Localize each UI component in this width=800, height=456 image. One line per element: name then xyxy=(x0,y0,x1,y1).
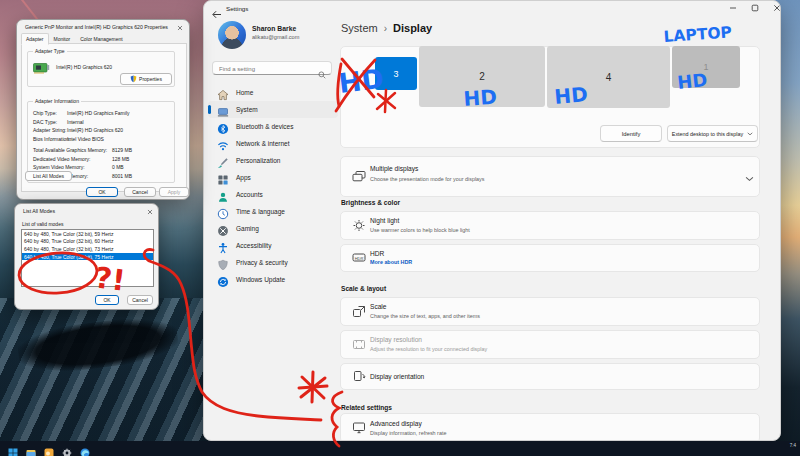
sidebar-item-label: Personalization xyxy=(236,157,280,164)
display-4[interactable]: 4 xyxy=(547,46,670,108)
taskbar-clock[interactable]: 7:4 xyxy=(790,443,796,448)
list-all-modes-button[interactable]: List All Modes xyxy=(25,171,72,181)
sidebar-item-personalization[interactable]: Personalization xyxy=(208,152,338,169)
sidebar-item-home[interactable]: Home xyxy=(208,84,338,101)
display-number: 2 xyxy=(479,71,485,82)
display-number: 1 xyxy=(703,62,708,72)
breadcrumb-root[interactable]: System xyxy=(341,22,378,34)
bluetooth-icon xyxy=(217,121,229,133)
cancel-button[interactable]: Cancel xyxy=(127,295,153,305)
shield-icon xyxy=(217,257,229,269)
file-explorer-icon[interactable] xyxy=(26,444,36,454)
sidebar-item-gaming[interactable]: Gaming xyxy=(208,220,338,237)
clock-icon xyxy=(217,206,229,218)
adapter-properties-dialog: Generic PnP Monitor and Intel(R) HD Grap… xyxy=(16,19,190,200)
advanced-display-row[interactable]: Advanced display Display information, re… xyxy=(340,413,760,441)
sidebar-item-label: Bluetooth & devices xyxy=(236,123,293,130)
identify-button[interactable]: Identify xyxy=(600,125,662,142)
search-icon[interactable] xyxy=(318,65,326,83)
close-icon[interactable] xyxy=(766,1,781,15)
info-label: Adapter String: xyxy=(33,127,66,133)
sidebar-item-time-language[interactable]: Time & language xyxy=(208,203,338,220)
tab-panel: Adapter Type Intel(R) HD Graphics 620 Pr… xyxy=(21,43,187,192)
ok-button[interactable]: OK xyxy=(86,187,118,197)
start-button-icon[interactable] xyxy=(8,444,18,454)
info-label: Dedicated Video Memory: xyxy=(33,156,90,162)
multiple-displays-row[interactable]: Multiple displays Choose the presentatio… xyxy=(340,156,760,197)
ok-button[interactable]: OK xyxy=(95,295,119,305)
mode-item[interactable]: 640 by 480, True Color (32 bit), 73 Hert… xyxy=(22,245,153,253)
close-icon[interactable] xyxy=(175,24,185,32)
apply-button[interactable]: Apply xyxy=(159,187,189,197)
display-number: 3 xyxy=(393,69,398,79)
sidebar-item-label: Privacy & security xyxy=(236,259,288,266)
wifi-icon xyxy=(217,138,229,150)
sidebar-item-accounts[interactable]: Accounts xyxy=(208,186,338,203)
properties-button[interactable]: Properties xyxy=(120,73,172,85)
widgets-weather-icon[interactable] xyxy=(44,444,54,454)
maximize-icon[interactable] xyxy=(744,1,766,15)
apps-icon xyxy=(217,172,229,184)
search-input[interactable] xyxy=(219,63,315,74)
hdr-row[interactable]: HDR HDR More about HDR xyxy=(340,244,760,272)
taskbar: 7:4 xyxy=(0,441,800,456)
display-1[interactable]: 1 xyxy=(672,46,740,88)
system-icon xyxy=(217,104,229,116)
extend-desktop-dropdown[interactable]: Extend desktop to this display xyxy=(667,125,758,142)
display-3[interactable]: 3 xyxy=(375,57,417,90)
minimize-icon[interactable] xyxy=(722,1,744,15)
person-icon xyxy=(217,189,229,201)
sidebar-item-privacy[interactable]: Privacy & security xyxy=(208,254,338,271)
dialog-title: List All Modes xyxy=(23,208,55,214)
account-email: alikatu@gmail.com xyxy=(252,34,299,40)
scale-row[interactable]: Scale Change the size of text, apps, and… xyxy=(340,297,760,326)
night-light-row[interactable]: Night light Use warmer colors to help bl… xyxy=(340,211,760,240)
display-orientation-row: Display orientation Landscape xyxy=(340,363,760,390)
uac-shield-icon xyxy=(130,75,137,83)
mode-item-selected[interactable]: 640 by 480, True Color (32 bit), 75 Hert… xyxy=(22,253,153,261)
sidebar-item-label: Gaming xyxy=(236,225,259,232)
info-value: 128 MB xyxy=(112,156,129,162)
hdr-learn-more-link[interactable]: More about HDR xyxy=(370,259,412,265)
chevron-down-icon[interactable] xyxy=(745,168,754,186)
sidebar-item-apps[interactable]: Apps xyxy=(208,169,338,186)
multiple-displays-icon xyxy=(352,169,367,184)
back-icon[interactable] xyxy=(211,5,222,23)
mode-item[interactable]: 640 by 480, True Color (32 bit), 59 Hert… xyxy=(22,230,153,238)
sidebar-item-network[interactable]: Network & internet xyxy=(208,135,338,152)
sidebar-item-label: Time & language xyxy=(236,208,285,215)
sidebar-item-label: Windows Update xyxy=(236,276,285,283)
sidebar-item-label: Accessibility xyxy=(236,242,271,249)
section-related-settings: Related settings xyxy=(341,404,392,411)
edge-browser-icon[interactable] xyxy=(80,444,90,454)
display-2[interactable]: 2 xyxy=(419,46,545,107)
info-label: System Video Memory: xyxy=(33,164,85,170)
home-icon xyxy=(217,87,229,99)
svg-text:HDR: HDR xyxy=(355,256,364,261)
settings-window: Settings Sharon Barke alikatu@gmail.com … xyxy=(203,0,781,441)
sidebar-item-label: Apps xyxy=(236,174,251,181)
sidebar-item-accessibility[interactable]: Accessibility xyxy=(208,237,338,254)
breadcrumb: System › Display xyxy=(341,22,432,34)
accessibility-icon xyxy=(217,240,229,252)
display-number: 4 xyxy=(606,72,612,83)
avatar[interactable] xyxy=(218,21,246,49)
page-title: Display xyxy=(393,22,432,34)
info-label: Total Available Graphics Memory: xyxy=(33,147,107,153)
sidebar-item-bluetooth[interactable]: Bluetooth & devices xyxy=(208,118,338,135)
scale-icon xyxy=(352,304,367,319)
info-value: Intel(R) HD Graphics 620 xyxy=(67,127,123,133)
cancel-button[interactable]: Cancel xyxy=(124,187,156,197)
search-box xyxy=(212,61,332,75)
info-label: Chip Type: xyxy=(33,110,57,116)
sidebar-item-windows-update[interactable]: Windows Update xyxy=(208,271,338,288)
settings-gear-icon[interactable] xyxy=(62,444,72,454)
gpu-card-icon xyxy=(33,61,50,79)
sidebar-item-system[interactable]: System xyxy=(208,101,338,118)
account-name: Sharon Barke xyxy=(252,25,296,32)
orientation-icon xyxy=(352,369,367,384)
tab-adapter[interactable]: Adapter xyxy=(21,33,49,45)
section-scale-layout: Scale & layout xyxy=(341,285,386,292)
mode-item[interactable]: 640 by 480, True Color (32 bit), 60 Hert… xyxy=(22,238,153,246)
close-icon[interactable] xyxy=(145,208,155,216)
